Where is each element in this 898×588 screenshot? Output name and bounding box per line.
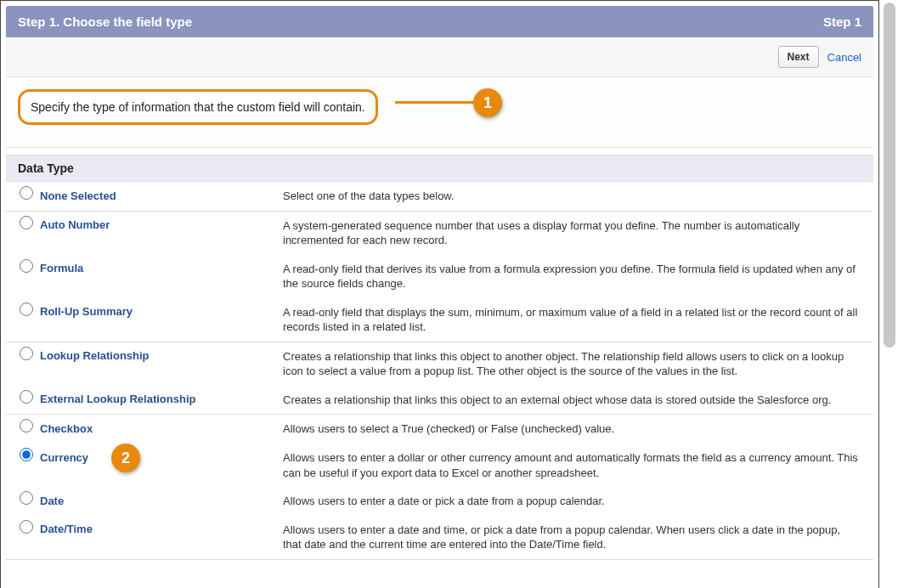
type-row-date: DateAllows users to enter a date or pick… [6, 487, 873, 516]
radio-rollup[interactable] [20, 302, 33, 316]
cancel-link[interactable]: Cancel [827, 51, 861, 64]
type-label-date[interactable]: Date [40, 495, 64, 507]
instruction-highlight: Specify the type of information that the… [18, 89, 378, 125]
type-desc: A system-generated sequence number that … [283, 218, 868, 248]
callout-badge-2: 2 [111, 444, 140, 472]
radio-cell: Date/Time [11, 523, 283, 536]
type-row-checkbox: CheckboxAllows users to select a True (c… [6, 415, 873, 444]
step-header: Step 1. Choose the field type Step 1 [6, 6, 873, 37]
callout-connector [395, 101, 477, 104]
type-desc: Creates a relationship that links this o… [283, 349, 868, 379]
buttons-bar: Next Cancel [6, 37, 873, 77]
type-label-none[interactable]: None Selected [40, 189, 116, 202]
type-row-rollup: Roll-Up SummaryA read-only field that di… [6, 298, 873, 342]
radio-cell: Roll-Up Summary [11, 305, 283, 319]
instruction-zone: Specify the type of information that the… [6, 77, 873, 148]
type-row-datetime: Date/TimeAllows users to enter a date an… [6, 516, 873, 559]
step-header-left: Step 1. Choose the field type [18, 14, 192, 29]
type-row-none: None SelectedSelect one of the data type… [6, 182, 873, 211]
radio-date[interactable] [20, 491, 33, 505]
scrollbar-track[interactable] [884, 3, 895, 585]
type-label-currency[interactable]: Currency [40, 451, 88, 464]
type-desc: Select one of the data types below. [283, 189, 868, 204]
type-desc: Allows users to enter a dollar or other … [283, 450, 868, 480]
radio-cell: Formula [11, 262, 283, 275]
radio-cell: External Lookup Relationship [11, 393, 283, 406]
radio-cell: Date [11, 494, 283, 507]
radio-cell: None Selected [11, 189, 283, 202]
radio-none[interactable] [20, 186, 33, 200]
type-label-rollup[interactable]: Roll-Up Summary [40, 305, 133, 318]
wizard-panel: Step 1. Choose the field type Step 1 Nex… [0, 0, 879, 588]
type-row-formula: FormulaA read-only field that derives it… [6, 255, 873, 298]
instruction-text: Specify the type of information that the… [31, 100, 365, 114]
type-desc: A read-only field that displays the sum,… [283, 305, 868, 335]
type-row-lookup: Lookup RelationshipCreates a relationshi… [6, 342, 873, 386]
data-type-table: None SelectedSelect one of the data type… [6, 182, 873, 560]
callout-badge-1: 1 [473, 88, 502, 117]
radio-cell: Auto Number [11, 218, 283, 232]
radio-cell: Checkbox [11, 421, 283, 435]
radio-cell: Currency2 [11, 450, 283, 464]
type-label-lookup[interactable]: Lookup Relationship [40, 349, 150, 362]
radio-checkbox[interactable] [20, 419, 33, 433]
radio-cell: Lookup Relationship [11, 349, 283, 363]
type-label-checkbox[interactable]: Checkbox [40, 422, 93, 435]
type-desc: Allows users to enter a date and time, o… [283, 523, 868, 552]
type-group: None SelectedSelect one of the data type… [6, 182, 873, 212]
type-label-extlookup[interactable]: External Lookup Relationship [40, 393, 195, 405]
type-desc: Allows users to enter a date or pick a d… [283, 494, 868, 509]
radio-datetime[interactable] [20, 520, 33, 534]
type-row-extlookup: External Lookup RelationshipCreates a re… [6, 386, 873, 415]
type-desc: A read-only field that derives its value… [283, 262, 868, 291]
radio-extlookup[interactable] [20, 390, 33, 404]
radio-lookup[interactable] [20, 347, 33, 360]
type-group: Auto NumberA system-generated sequence n… [6, 212, 873, 342]
step-header-right: Step 1 [823, 14, 861, 29]
type-row-autonum: Auto NumberA system-generated sequence n… [6, 212, 873, 255]
radio-currency[interactable] [20, 448, 33, 461]
type-label-autonum[interactable]: Auto Number [40, 218, 110, 231]
type-row-currency: Currency2Allows users to enter a dollar … [6, 444, 873, 487]
next-button[interactable]: Next [778, 46, 819, 68]
type-label-datetime[interactable]: Date/Time [40, 523, 93, 535]
section-title: Data Type [6, 155, 873, 182]
radio-autonum[interactable] [20, 216, 33, 229]
radio-formula[interactable] [20, 259, 33, 273]
type-group: CheckboxAllows users to select a True (c… [6, 415, 873, 559]
scrollbar-thumb[interactable] [884, 3, 895, 348]
type-desc: Creates a relationship that links this o… [283, 393, 868, 408]
type-group: Lookup RelationshipCreates a relationshi… [6, 342, 873, 416]
type-label-formula[interactable]: Formula [40, 262, 83, 274]
type-desc: Allows users to select a True (checked) … [283, 421, 868, 437]
